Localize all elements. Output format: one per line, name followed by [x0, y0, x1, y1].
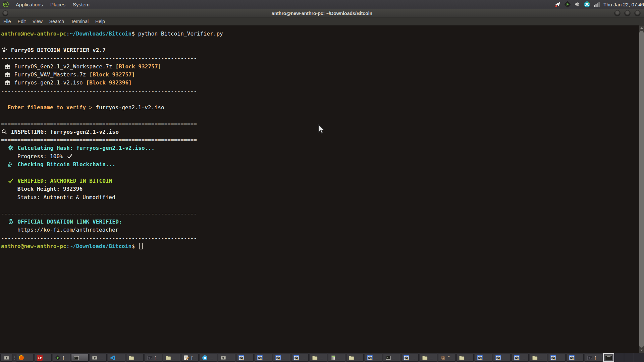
taskbar-item-label: ...: [265, 355, 268, 360]
window-titlebar[interactable]: anthro@new-anthro-pc: ~/Downloads/Bitcoi…: [0, 9, 644, 18]
terminal-text: Enter filename to verify: [1, 104, 89, 111]
taskbar-item-label: ...: [283, 355, 287, 360]
teal-cross-tray-icon[interactable]: [584, 1, 590, 8]
taskbar-item-camera-window[interactable]: ...: [291, 354, 309, 362]
scroll-up-icon[interactable]: [639, 25, 644, 31]
show-desktop-button[interactable]: [0, 354, 12, 362]
terminal-text: [1, 79, 4, 86]
terminal-text: [1, 63, 4, 70]
terminal-text: [1, 71, 4, 78]
taskbar-item-label: "...: [448, 355, 453, 360]
volume-icon[interactable]: [574, 1, 581, 8]
taskbar-item-folder[interactable]: ...: [530, 354, 547, 362]
maximize-button[interactable]: [624, 10, 631, 16]
taskbar-item-terminal-small[interactable]: ...: [383, 354, 400, 362]
scroll-down-icon[interactable]: [639, 348, 644, 353]
taskbar-item-camera-window[interactable]: ...: [365, 354, 382, 362]
taskbar-item-camera-window[interactable]: ...: [401, 354, 419, 362]
camera-window-icon: [293, 355, 299, 361]
green-arrow-tray-icon[interactable]: [564, 1, 571, 8]
green-arrow-icon: [55, 355, 61, 361]
terminal-text: FurryOS_WAV_Masters.7z: [11, 71, 90, 78]
start-menu-icon[interactable]: [1, 1, 10, 8]
terminal-menubar: FileEditViewSearchTerminalHelp: [0, 18, 644, 25]
taskbar-item-vscode[interactable]: ...: [108, 354, 125, 362]
taskbar-item-firefox[interactable]: ...: [16, 354, 34, 362]
gift-icon: [4, 71, 11, 77]
terminal-text: [Block 932757]: [115, 63, 161, 70]
taskbar-item-camera-window[interactable]: ...: [567, 354, 584, 362]
taskbar-item-screenshot[interactable]: ...: [218, 354, 235, 362]
taskbar-item-camera-window[interactable]: ...: [493, 354, 511, 362]
terminal-line: ----------------------------------------…: [1, 54, 639, 62]
taskbar-item-camera-window[interactable]: ...: [512, 354, 529, 362]
menu-terminal[interactable]: Terminal: [67, 18, 92, 25]
taskbar-item-screenshot[interactable]: ...: [90, 354, 107, 362]
taskbar-item-folder[interactable]: ...: [420, 354, 437, 362]
terminal-line: anthro@new-anthro-pc:~/Downloads/Bitcoin…: [1, 242, 639, 250]
telegram-tray-icon[interactable]: [554, 1, 561, 8]
taskbar-item-folder[interactable]: ...: [457, 354, 474, 362]
menu-file[interactable]: File: [0, 18, 14, 25]
taskbar-item-camera-window[interactable]: ...: [255, 354, 272, 362]
terminal-text: ========================================…: [1, 120, 197, 127]
terminal-line: FurryOS_Gen2.1_v2_Workspace.7z [Block 93…: [1, 63, 639, 71]
folder-icon: [312, 355, 318, 361]
taskbar-item-calculator[interactable]: ...: [328, 354, 345, 362]
terminal-line: furryos-gen2.1-v2.iso [Block 932396]: [1, 79, 639, 87]
terminal-line: ----------------------------------------…: [1, 234, 639, 242]
panel-menu-applications[interactable]: Applications: [12, 0, 47, 9]
menu-search[interactable]: Search: [46, 18, 67, 25]
taskbar-item-telegram[interactable]: ...: [200, 354, 217, 362]
terminal-line: ========================================…: [1, 120, 639, 128]
taskbar-item-folder[interactable]: ...: [126, 354, 144, 362]
taskbar-item-text-editor[interactable]: [...: [181, 354, 199, 362]
workspace-1[interactable]: [603, 353, 614, 362]
terminal-line: anthro@new-anthro-pc:~/Downloads/Bitcoin…: [1, 30, 639, 38]
taskbar-item-label: ...: [81, 355, 85, 360]
terminal-line: Calculating Hash: furryos-gen2.1-v2.iso.…: [1, 144, 639, 152]
panel-menu-system[interactable]: System: [69, 0, 93, 9]
taskbar-item-label: ...: [26, 355, 30, 360]
terminal-line: https://ko-fi.com/anthroteacher: [1, 226, 639, 234]
taskbar-item-image-dark[interactable]: [...: [585, 354, 602, 362]
scrollbar[interactable]: [639, 25, 644, 353]
terminal-output[interactable]: anthro@new-anthro-pc:~/Downloads/Bitcoin…: [0, 25, 639, 353]
terminal-line: Enter filename to verify > furryos-gen2.…: [1, 104, 639, 112]
taskbar-item-camera-window[interactable]: ...: [273, 354, 290, 362]
taskbar-item-terminal[interactable]: ...: [71, 354, 89, 362]
svg-text:Fz: Fz: [38, 356, 42, 360]
vscode-icon: [110, 355, 116, 361]
taskbar-handle[interactable]: [13, 353, 16, 362]
minimize-button[interactable]: [614, 10, 621, 16]
taskbar-item-camera-window[interactable]: ...: [236, 354, 254, 362]
gift-icon: [4, 79, 11, 85]
scrollbar-thumb[interactable]: [639, 31, 644, 348]
folder-icon: [532, 355, 538, 361]
taskbar-item-filezilla[interactable]: Fz...: [35, 354, 52, 362]
workspace-3[interactable]: [624, 353, 634, 362]
taskbar-item-avatar[interactable]: "...: [438, 354, 455, 362]
taskbar-item-folder[interactable]: ...: [346, 354, 364, 362]
folder-icon: [348, 355, 354, 361]
terminal-line: VERIFIED: ANCHORED IN BITCOIN: [1, 177, 639, 185]
network-signal-icon[interactable]: [593, 1, 600, 8]
terminal-line: Checking Bitcoin Blockchain...: [1, 161, 639, 169]
menu-edit[interactable]: Edit: [14, 18, 29, 25]
menu-help[interactable]: Help: [92, 18, 108, 25]
taskbar-item-camera-window[interactable]: ...: [475, 354, 492, 362]
taskbar-item-folder[interactable]: ...: [310, 354, 327, 362]
close-button[interactable]: [634, 10, 641, 16]
paw-icon: [1, 47, 8, 53]
panel-clock[interactable]: Thu Jan 22, 07:46: [602, 2, 644, 7]
terminal-text: python Bitcoin_Verifier.py: [138, 31, 223, 37]
taskbar-item-camera-window[interactable]: ...: [548, 354, 566, 362]
panel-menu-places[interactable]: Places: [47, 0, 69, 9]
taskbar-item-image-dark[interactable]: [...: [145, 354, 162, 362]
menu-view[interactable]: View: [29, 18, 46, 25]
workspace-2[interactable]: [614, 353, 624, 362]
taskbar-item-green-arrow[interactable]: [...: [53, 354, 70, 362]
window-menu-button[interactable]: [2, 10, 8, 16]
workspace-4[interactable]: [634, 353, 644, 362]
taskbar-item-folder[interactable]: ...: [163, 354, 180, 362]
